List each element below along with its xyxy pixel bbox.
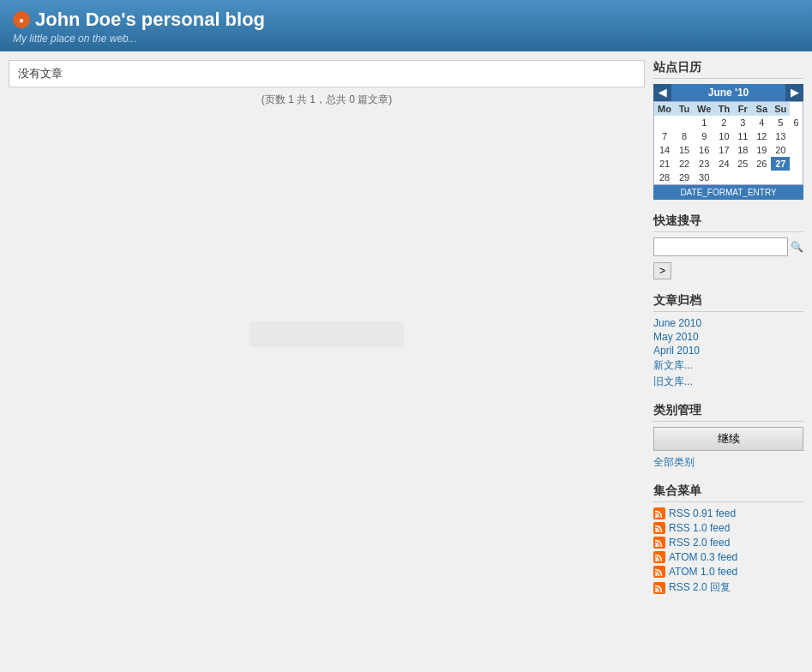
feed-links: RSS 0.91 feedRSS 1.0 feedRSS 2.0 feedATO… [653, 507, 803, 595]
calendar-day[interactable]: 25 [733, 157, 752, 171]
calendar-day[interactable]: 5 [771, 116, 790, 129]
calendar-day[interactable]: 22 [675, 157, 694, 171]
calendar-day[interactable]: 12 [752, 129, 771, 143]
calendar-day[interactable]: 14 [654, 143, 676, 157]
calendar-day[interactable]: 29 [675, 171, 694, 185]
calendar-week-3: 21222324252627 [654, 157, 803, 171]
category-all-link[interactable]: 全部类别 [653, 455, 803, 470]
feed-title: 集合菜单 [653, 483, 803, 502]
calendar-next-button[interactable]: ▶ [785, 84, 803, 101]
pagination: (页数 1 共 1，总共 0 篇文章) [9, 93, 645, 107]
svg-point-11 [655, 590, 658, 592]
calendar-day[interactable]: 4 [752, 116, 771, 129]
calendar-day[interactable]: 19 [752, 143, 771, 157]
feed-link-2[interactable]: RSS 2.0 feed [653, 537, 803, 549]
site-icon: ● [13, 11, 30, 28]
feed-label: RSS 2.0 feed [669, 537, 730, 549]
category-btn-label: 继续 [718, 432, 740, 445]
feed-link-0[interactable]: RSS 0.91 feed [653, 507, 803, 519]
calendar-title: 站点日历 [653, 60, 803, 79]
calendar-days-row: Mo Tu We Th Fr Sa Su [654, 102, 803, 117]
feed-link-4[interactable]: ATOM 1.0 feed [653, 566, 803, 578]
svg-point-5 [655, 544, 658, 547]
main-content: 没有文章 (页数 1 共 1，总共 0 篇文章) [9, 60, 645, 609]
calendar-day[interactable]: 8 [675, 129, 694, 143]
calendar-week-2: 14151617181920 [654, 143, 803, 157]
calendar-day[interactable]: 13 [771, 129, 790, 143]
cal-th-we: We [694, 102, 714, 117]
calendar-body: 1234567891011121314151617181920212223242… [654, 116, 803, 185]
search-input[interactable] [653, 237, 788, 256]
svg-point-3 [655, 530, 658, 532]
calendar-day [675, 116, 694, 129]
calendar-day[interactable]: 6 [790, 116, 803, 129]
archive-link-0[interactable]: June 2010 [653, 317, 803, 329]
rss-icon [653, 566, 665, 578]
calendar-day[interactable]: 30 [694, 171, 714, 185]
calendar-day[interactable]: 23 [694, 157, 714, 171]
calendar-day[interactable]: 21 [654, 157, 676, 171]
rss-icon [653, 582, 665, 594]
feed-label: RSS 2.0 回复 [669, 580, 731, 595]
archive-link-2[interactable]: April 2010 [653, 345, 803, 357]
category-title: 类别管理 [653, 403, 803, 422]
calendar-day [654, 116, 676, 129]
calendar-day [752, 171, 771, 185]
cal-th-fr: Fr [733, 102, 752, 117]
search-section: 快速搜寻 🔍 > [653, 213, 803, 279]
ads-placeholder [9, 321, 645, 350]
calendar-prev-button[interactable]: ◀ [653, 84, 671, 101]
feed-label: RSS 0.91 feed [669, 507, 736, 519]
feed-label: RSS 1.0 feed [669, 522, 730, 534]
rss-icon [653, 522, 665, 534]
page-layout: 没有文章 (页数 1 共 1，总共 0 篇文章) 站点日历 ◀ June '10… [0, 51, 812, 617]
calendar-day[interactable]: 15 [675, 143, 694, 157]
no-article-box: 没有文章 [9, 60, 645, 87]
calendar-day[interactable]: 17 [714, 143, 733, 157]
calendar-header: ◀ June '10 ▶ [653, 84, 803, 101]
rss-icon [653, 537, 665, 549]
calendar-day[interactable]: 10 [714, 129, 733, 143]
calendar-day[interactable]: 24 [714, 157, 733, 171]
feed-link-1[interactable]: RSS 1.0 feed [653, 522, 803, 534]
calendar-day[interactable]: 11 [733, 129, 752, 143]
calendar-day[interactable]: 20 [771, 143, 790, 157]
calendar-week-4: 282930 [654, 171, 803, 185]
calendar-day[interactable]: 9 [694, 129, 714, 143]
calendar-day[interactable]: 28 [654, 171, 676, 185]
archive-section: 文章归档 June 2010May 2010April 2010新文库...旧文… [653, 293, 803, 389]
feed-section: 集合菜单 RSS 0.91 feedRSS 1.0 feedRSS 2.0 fe… [653, 483, 803, 595]
svg-point-7 [655, 559, 658, 561]
archive-link-4[interactable]: 旧文库... [653, 375, 803, 389]
archive-link-1[interactable]: May 2010 [653, 331, 803, 343]
rss-icon [653, 551, 665, 563]
calendar-day [733, 171, 752, 185]
category-section: 类别管理 继续 全部类别 [653, 403, 803, 470]
search-title: 快速搜寻 [653, 213, 803, 232]
feed-link-3[interactable]: ATOM 0.3 feed [653, 551, 803, 563]
calendar-day[interactable]: 7 [654, 129, 676, 143]
calendar-day[interactable]: 3 [733, 116, 752, 129]
calendar-day[interactable]: 18 [733, 143, 752, 157]
archive-title: 文章归档 [653, 293, 803, 312]
calendar-day[interactable]: 16 [694, 143, 714, 157]
search-icon: 🔍 [791, 241, 803, 253]
archive-link-3[interactable]: 新文库... [653, 358, 803, 373]
calendar-week-1: 78910111213 [654, 129, 803, 143]
calendar-table: Mo Tu We Th Fr Sa Su 1234567891011121314… [653, 101, 803, 185]
calendar-day [771, 171, 790, 185]
calendar-day[interactable]: 26 [752, 157, 771, 171]
calendar-section: 站点日历 ◀ June '10 ▶ Mo Tu We Th Fr [653, 60, 803, 200]
calendar-day[interactable]: 27 [771, 157, 790, 171]
rss-icon [653, 507, 665, 519]
calendar-month-label: June '10 [671, 84, 785, 101]
calendar-day[interactable]: 1 [694, 116, 714, 129]
calendar-day[interactable]: 2 [714, 116, 733, 129]
search-button[interactable]: > [653, 262, 671, 279]
archive-links: June 2010May 2010April 2010新文库...旧文库... [653, 317, 803, 389]
feed-label: ATOM 0.3 feed [669, 551, 737, 563]
feed-link-5[interactable]: RSS 2.0 回复 [653, 580, 803, 595]
svg-point-9 [655, 573, 658, 576]
site-title: ● John Doe's personal blog [13, 9, 799, 31]
category-button[interactable]: 继续 [653, 427, 803, 451]
